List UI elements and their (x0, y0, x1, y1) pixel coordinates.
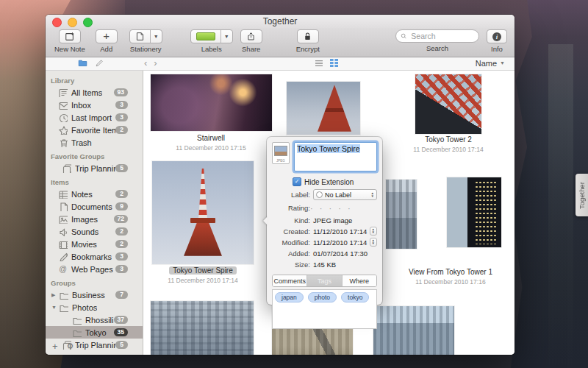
at-sign-icon: @ (58, 264, 68, 274)
folders-view-button[interactable] (78, 58, 87, 68)
spire-deck (190, 218, 215, 223)
title-bar[interactable]: Together (46, 15, 514, 28)
count-badge: 72 (114, 215, 128, 223)
list-view-button[interactable] (315, 60, 323, 67)
new-note-label: New Note (54, 45, 85, 53)
edit-pencil-button[interactable] (95, 59, 104, 68)
sort-by-dropdown[interactable]: Name ▼ (476, 57, 505, 69)
info-tabs: Comments Tags Where (272, 275, 377, 287)
folder-icon (59, 290, 68, 300)
photo-thumbnail-stairwell[interactable] (151, 74, 272, 131)
info-button[interactable]: i Info (487, 29, 507, 53)
inbox-icon (58, 100, 68, 110)
sidebar: Library All Items 93 Inbox 3 Last Import… (46, 71, 143, 355)
back-button[interactable]: ‹ (144, 57, 147, 69)
tab-comments[interactable]: Comments (273, 275, 306, 286)
no-label-swatch-icon (316, 191, 323, 198)
hide-extension-checkbox[interactable]: ✓ (293, 177, 301, 186)
sidebar-item-photos[interactable]: ▼ Photos (46, 301, 143, 314)
lock-icon (303, 32, 312, 41)
photo-thumbnail-tokyo-tower-2[interactable] (415, 74, 481, 134)
labels-label: Labels (201, 45, 222, 53)
document-icon (58, 202, 68, 211)
tab-tags[interactable]: Tags (306, 275, 341, 286)
photo-caption: Stairwell 11 December 2010 17:15 (152, 134, 270, 152)
minimize-button[interactable] (68, 18, 77, 27)
forward-button[interactable]: › (154, 57, 157, 69)
encrypt-button[interactable]: Encrypt (296, 29, 320, 53)
sidebar-item-rhossili[interactable]: Rhossili 37 (46, 314, 143, 326)
sidebar-item-tokyo[interactable]: Tokyo 35 (46, 326, 143, 339)
search-input[interactable] (395, 29, 479, 43)
photo-thumbnail-cityscape-3[interactable] (373, 306, 454, 355)
labels-chevron-icon[interactable]: ▼ (220, 30, 232, 43)
sidebar-item-trash[interactable]: Trash (46, 136, 143, 149)
stationery-button[interactable]: ▼ Stationery (129, 29, 162, 53)
tag-pill[interactable]: japan (275, 292, 304, 302)
tag-pill[interactable]: tokyo (341, 292, 369, 302)
sidebar-item-business[interactable]: ▶ Business 7 (46, 289, 143, 301)
share-icon (246, 32, 256, 41)
notes-icon (58, 189, 68, 199)
clock-icon (58, 113, 68, 122)
gear-menu-button[interactable]: ⚙ (67, 342, 74, 351)
sort-chevron-icon: ▼ (500, 57, 505, 69)
screen-dots (475, 180, 498, 244)
stationery-icon (135, 32, 145, 41)
sidebar-item-notes[interactable]: Notes 2 (46, 188, 143, 200)
photo-thumbnail-cityscape-1[interactable] (151, 301, 254, 355)
spire-base (184, 223, 222, 256)
share-label: Share (242, 45, 260, 53)
photo-caption: View From Tokyo Tower 1 11 December 2010… (392, 268, 509, 286)
close-button[interactable] (52, 18, 62, 27)
speaker-icon (58, 227, 68, 236)
image-icon (58, 214, 68, 224)
section-title-favorite-groups: Favorite Groups (46, 149, 143, 162)
green-label-icon (196, 32, 215, 40)
disclosure-expanded-icon[interactable]: ▼ (51, 305, 59, 310)
photo-thumbnail-window-screen[interactable] (447, 177, 501, 247)
section-title-groups: Groups (46, 275, 143, 289)
photo-thumbnail-tower[interactable] (287, 82, 360, 135)
tags-panel[interactable]: japan photo tokyo (272, 289, 377, 329)
rating-stars[interactable] (310, 201, 351, 214)
film-icon (58, 239, 68, 249)
sidebar-item-trip-planning-favorite[interactable]: Trip Planning 5 (46, 162, 143, 174)
sidebar-item-last-import[interactable]: Last Import 3 (46, 111, 143, 124)
labels-button[interactable]: ▼ Labels (190, 29, 233, 53)
zoom-button[interactable] (83, 18, 93, 27)
sidebar-item-all-items[interactable]: All Items 93 (46, 86, 143, 99)
tab-where[interactable]: Where (342, 275, 376, 286)
sidebar-item-inbox[interactable]: Inbox 3 (46, 99, 143, 111)
pencil-icon (58, 252, 68, 261)
sidebar-item-documents[interactable]: Documents 9 (46, 200, 143, 213)
sidebar-item-favorite-items[interactable]: Favorite Items 2 (46, 124, 143, 136)
stationery-chevron-icon[interactable]: ▼ (150, 30, 162, 43)
created-date-stepper[interactable]: ▲▼ (370, 227, 377, 236)
sidebar-item-images[interactable]: Images 72 (46, 213, 143, 225)
sidebar-item-bookmarks[interactable]: Bookmarks 3 (46, 250, 143, 263)
section-title-items: Items (46, 174, 143, 188)
tag-pill[interactable]: photo (308, 292, 337, 302)
modified-date-stepper[interactable]: ▲▼ (370, 238, 377, 247)
wallpaper-rock-streak (548, 44, 573, 368)
label-dropdown[interactable]: No Label ▲▼ (313, 189, 377, 200)
count-badge: 2 (115, 190, 128, 198)
tower-silhouette (318, 85, 351, 131)
sidebar-item-movies[interactable]: Movies 2 (46, 238, 143, 250)
together-shelf-tab[interactable]: Together (576, 174, 588, 216)
add-button[interactable]: + Add (96, 29, 118, 53)
icon-view-button[interactable] (330, 59, 338, 67)
gear-chevron-icon: ▼ (76, 344, 80, 349)
photo-thumbnail-tokyo-tower-spire[interactable] (152, 161, 254, 264)
disclosure-collapsed-icon[interactable]: ▶ (51, 292, 59, 298)
share-button[interactable]: Share (240, 29, 262, 53)
sidebar-item-web-pages[interactable]: @ Web Pages 3 (46, 263, 143, 275)
count-badge: 7 (115, 291, 128, 299)
new-note-button[interactable]: New Note (54, 29, 85, 53)
photo-thumbnail-city-narrow[interactable] (386, 180, 417, 249)
add-group-button[interactable]: + (52, 341, 58, 352)
sidebar-item-sounds[interactable]: Sounds 2 (46, 225, 143, 238)
content-header: ‹ › Name ▼ (46, 57, 514, 71)
filename-input[interactable]: Tokyo Tower Spire (294, 142, 377, 171)
